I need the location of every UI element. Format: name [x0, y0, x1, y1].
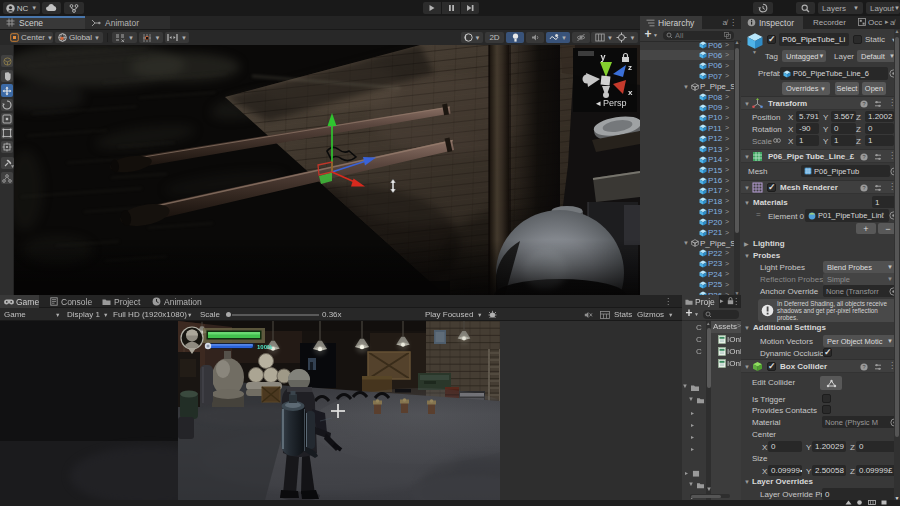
svg-text:y: y [600, 52, 605, 62]
svg-text:?: ? [862, 154, 865, 160]
svg-text:?: ? [862, 364, 865, 370]
svg-text:x: x [628, 88, 633, 97]
svg-text:100%: 100% [257, 344, 273, 350]
svg-text:?: ? [862, 101, 865, 107]
svg-text:z: z [628, 63, 632, 72]
svg-text:?: ? [862, 185, 865, 191]
